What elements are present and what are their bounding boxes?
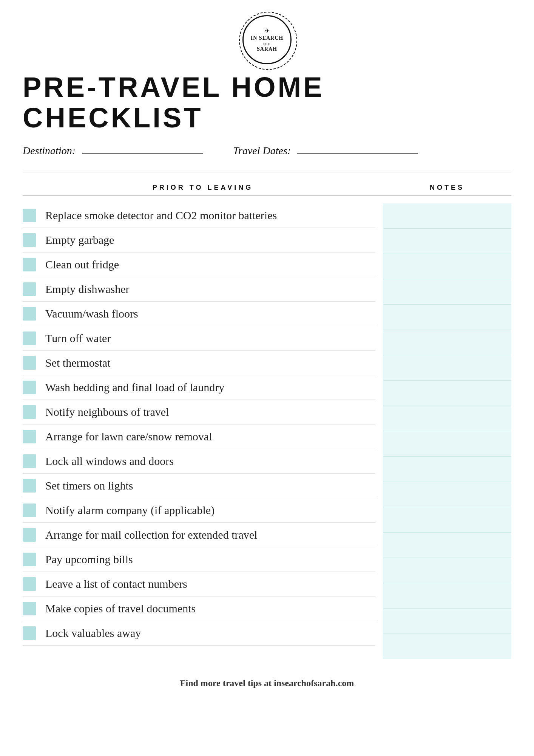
travel-dates-field: Travel Dates: [233,145,418,157]
checkbox[interactable] [23,479,36,493]
logo-text-of: OF [263,42,270,46]
destination-input-line[interactable] [82,145,203,154]
notes-cell[interactable] [383,229,511,254]
checkbox[interactable] [23,626,36,640]
destination-row: Destination: Travel Dates: [23,145,511,157]
destination-label: Destination: [23,145,76,156]
logo-container: ✈ IN SEARCH OF SARAH [23,15,511,64]
item-text: Lock valuables away [45,627,141,640]
notes-cell[interactable] [383,634,511,659]
checklist-item: Replace smoke detector and CO2 monitor b… [23,203,375,228]
checklist-item: Notify neighbours of travel [23,400,375,424]
checkbox[interactable] [23,503,36,517]
checkbox[interactable] [23,356,36,370]
item-text: Arrange for lawn care/snow removal [45,430,212,443]
checkbox[interactable] [23,577,36,591]
notes-cell[interactable] [383,203,511,229]
item-text: Empty garbage [45,234,114,246]
page-title: PRE-TRAVEL HOME CHECKLIST [23,72,511,133]
item-text: Notify neighbours of travel [45,406,169,418]
travel-dates-input-line[interactable] [297,145,418,154]
logo-text-sarah: SARAH [257,46,277,53]
checklist-item: Arrange for lawn care/snow removal [23,424,375,449]
logo-circle: ✈ IN SEARCH OF SARAH [242,15,292,64]
checklist-item: Lock valuables away [23,621,375,646]
item-text: Turn off water [45,332,111,345]
checklist-item: Set thermostat [23,351,375,375]
checklist-item: Lock all windows and doors [23,449,375,474]
notes-cell[interactable] [383,254,511,279]
checkbox[interactable] [23,405,36,419]
checklist-item: Leave a list of contact numbers [23,572,375,596]
divider [23,172,511,172]
checkbox[interactable] [23,528,36,542]
notes-cell[interactable] [383,431,511,457]
checkbox[interactable] [23,602,36,615]
notes-cell[interactable] [383,583,511,609]
checkbox[interactable] [23,233,36,247]
main-content: Replace smoke detector and CO2 monitor b… [23,203,511,659]
column-headers: PRIOR TO LEAVING NOTES [23,184,511,196]
item-text: Wash bedding and final load of laundry [45,381,224,394]
checklist-item: Vacuum/wash floors [23,302,375,326]
item-text: Arrange for mail collection for extended… [45,528,257,541]
checklist-item: Turn off water [23,326,375,351]
notes-cell[interactable] [383,609,511,634]
checkbox[interactable] [23,332,36,345]
checklist-item: Make copies of travel documents [23,596,375,621]
checkbox[interactable] [23,258,36,271]
item-text: Lock all windows and doors [45,455,174,468]
notes-cell[interactable] [383,457,511,482]
notes-cell[interactable] [383,406,511,431]
checkbox[interactable] [23,430,36,443]
checklist-item: Wash bedding and final load of laundry [23,375,375,400]
notes-header: NOTES [383,184,511,196]
checkbox[interactable] [23,454,36,468]
checklist-item: Pay upcoming bills [23,547,375,572]
checklist-items: Replace smoke detector and CO2 monitor b… [23,203,383,659]
notes-cell[interactable] [383,533,511,558]
item-text: Notify alarm company (if applicable) [45,504,215,517]
prior-to-leaving-header: PRIOR TO LEAVING [23,184,383,196]
item-text: Vacuum/wash floors [45,307,138,320]
notes-column [383,203,511,659]
item-text: Empty dishwasher [45,283,129,296]
plane-icon: ✈ [265,27,270,34]
checklist-item: Arrange for mail collection for extended… [23,523,375,547]
checkbox[interactable] [23,553,36,566]
checklist-item: Empty dishwasher [23,277,375,302]
travel-dates-label: Travel Dates: [233,145,291,156]
notes-cell[interactable] [383,355,511,381]
notes-cell[interactable] [383,279,511,305]
footer-text: Find more travel tips at insearchofsarah… [180,678,354,688]
item-text: Leave a list of contact numbers [45,578,187,590]
checkbox[interactable] [23,381,36,394]
item-text: Set timers on lights [45,479,133,492]
destination-field: Destination: [23,145,203,157]
notes-cell[interactable] [383,507,511,533]
item-text: Clean out fridge [45,258,119,271]
notes-cell[interactable] [383,305,511,330]
notes-cell[interactable] [383,558,511,583]
checklist-item: Notify alarm company (if applicable) [23,498,375,523]
checklist-item: Clean out fridge [23,253,375,277]
checklist-item: Set timers on lights [23,474,375,498]
notes-cell[interactable] [383,381,511,406]
item-text: Pay upcoming bills [45,553,133,566]
checkbox[interactable] [23,307,36,321]
item-text: Make copies of travel documents [45,602,196,615]
notes-cell[interactable] [383,330,511,355]
checkbox[interactable] [23,282,36,296]
footer: Find more travel tips at insearchofsarah… [23,678,511,688]
checklist-item: Empty garbage [23,228,375,253]
logo-text-search: IN SEARCH [251,35,283,42]
item-text: Set thermostat [45,356,110,369]
item-text: Replace smoke detector and CO2 monitor b… [45,209,277,222]
checkbox[interactable] [23,209,36,222]
notes-cell[interactable] [383,482,511,507]
page: ✈ IN SEARCH OF SARAH PRE-TRAVEL HOME CHE… [0,0,534,756]
